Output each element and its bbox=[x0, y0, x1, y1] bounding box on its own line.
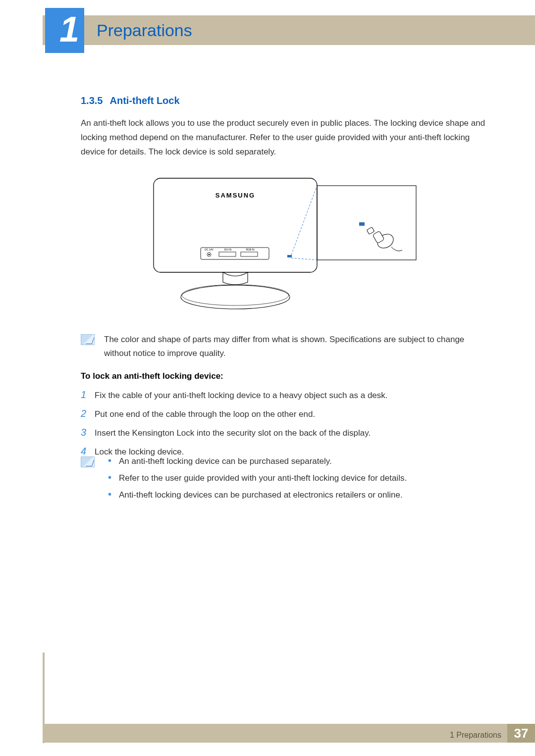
note-list: •An anti-theft locking device can be pur… bbox=[108, 455, 493, 506]
section-number: 1.3.5 bbox=[81, 95, 103, 106]
svg-rect-7 bbox=[219, 252, 236, 256]
svg-rect-15 bbox=[359, 222, 365, 226]
note-icon bbox=[81, 456, 95, 467]
svg-point-11 bbox=[182, 285, 289, 305]
svg-rect-12 bbox=[317, 186, 416, 260]
svg-line-13 bbox=[291, 186, 317, 255]
lock-figure: SAMSUNG DC 14V DVI IN RGB IN bbox=[149, 176, 421, 314]
procedure-heading: To lock an anti-theft locking device: bbox=[81, 371, 223, 381]
section-title: Anti-theft Lock bbox=[109, 95, 179, 106]
svg-point-6 bbox=[208, 253, 210, 255]
svg-text:DVI IN: DVI IN bbox=[224, 248, 232, 251]
footer-label: 1 Preparations bbox=[450, 731, 501, 740]
section-heading: 1.3.5Anti-theft Lock bbox=[81, 95, 180, 106]
svg-text:DC 14V: DC 14V bbox=[205, 248, 214, 251]
list-item: •Refer to the user guide provided with y… bbox=[108, 472, 493, 484]
chapter-number: 1 bbox=[45, 8, 84, 53]
svg-rect-18 bbox=[367, 227, 374, 235]
note-text: The color and shape of parts may differ … bbox=[104, 333, 493, 360]
svg-rect-9 bbox=[287, 255, 292, 257]
list-item: •Anti-theft locking devices can be purch… bbox=[108, 489, 493, 501]
svg-text:RGB IN: RGB IN bbox=[246, 248, 255, 251]
step: 3Insert the Kensington Lock into the sec… bbox=[81, 427, 493, 439]
procedure-steps: 1Fix the cable of your anti-theft lockin… bbox=[81, 389, 493, 464]
list-item: •An anti-theft locking device can be pur… bbox=[108, 455, 493, 467]
step: 2Put one end of the cable through the lo… bbox=[81, 408, 493, 420]
step: 1Fix the cable of your anti-theft lockin… bbox=[81, 389, 493, 402]
intro-paragraph: An anti-theft lock allows you to use the… bbox=[81, 116, 493, 159]
page-number: 37 bbox=[507, 724, 535, 743]
note-icon bbox=[81, 334, 95, 345]
figure-brand: SAMSUNG bbox=[215, 192, 255, 199]
svg-rect-17 bbox=[373, 231, 384, 243]
svg-line-14 bbox=[291, 258, 317, 260]
chapter-title: Preparations bbox=[97, 15, 192, 45]
svg-rect-8 bbox=[241, 252, 258, 256]
